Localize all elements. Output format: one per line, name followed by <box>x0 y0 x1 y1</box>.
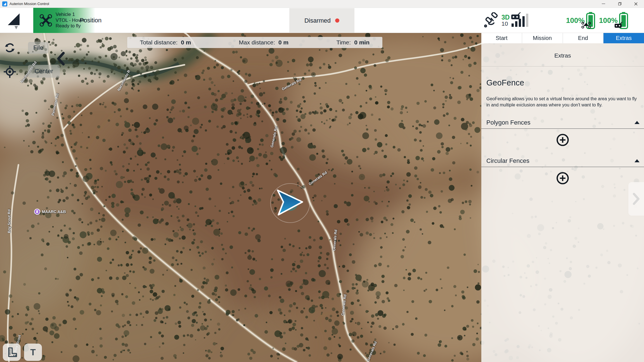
panel-title: Extras <box>481 52 644 59</box>
circular-fences-label: Circular Fences <box>486 157 529 165</box>
drone-icon <box>39 14 52 27</box>
plus-circle-icon <box>556 172 569 185</box>
minimize-icon <box>602 4 605 4</box>
main-toolbar: Vehicle 1 VTOL - Hover Ready to fly Posi… <box>0 8 644 33</box>
locate-button[interactable] <box>3 65 16 78</box>
poi-marker: MAARC A&B <box>34 209 66 215</box>
plan-sidebar: Start Mission End Extras Extras GeoFence… <box>481 33 644 362</box>
signal-bar-empty <box>526 14 528 27</box>
collapse-triangle-icon[interactable] <box>634 159 640 162</box>
poi-pin-icon <box>34 209 40 215</box>
collapse-triangle-icon[interactable] <box>634 121 640 124</box>
signal-bar <box>512 23 514 27</box>
arm-status-button[interactable]: Disarmed <box>289 8 354 33</box>
text-tool-button[interactable]: T <box>24 344 42 361</box>
polygon-fences-section: Polygon Fences <box>481 119 644 147</box>
signal-bar <box>515 21 517 27</box>
sync-button[interactable] <box>3 41 16 54</box>
arm-status-label: Disarmed <box>304 17 331 24</box>
crosshair-icon <box>4 66 16 78</box>
tab-end[interactable]: End <box>563 33 604 43</box>
gps-status[interactable]: 3D 10 <box>484 8 510 33</box>
geofence-title: GeoFence <box>486 78 639 87</box>
vehicle-battery-status[interactable]: 100% <box>566 8 595 33</box>
max-distance-label: Max distance: <box>239 39 275 46</box>
drone-tag-icon <box>581 21 591 30</box>
close-icon <box>634 2 638 6</box>
rc-battery-status[interactable]: 100% <box>599 8 628 33</box>
close-button[interactable] <box>628 0 644 8</box>
total-distance-stat: Total distance: 0 m <box>140 39 191 46</box>
circular-fences-section: Circular Fences <box>481 157 644 185</box>
time-value: 0 min <box>354 39 370 46</box>
time-label: Time: <box>336 39 351 46</box>
signal-bar <box>522 16 525 27</box>
road-label: Boy Scout Rd <box>7 209 11 233</box>
max-distance-value: 0 m <box>278 39 288 46</box>
tab-extras[interactable]: Extras <box>603 33 644 43</box>
total-distance-label: Total distance: <box>140 39 177 46</box>
window-controls <box>595 0 644 8</box>
center-button[interactable]: Center <box>28 65 60 78</box>
sync-icon <box>4 42 16 54</box>
divider <box>481 128 644 129</box>
add-circular-fence-button[interactable] <box>556 172 569 185</box>
satellite-icon <box>484 12 500 28</box>
app-logo-icon <box>2 1 7 6</box>
rc-transmitter-icon <box>511 12 521 21</box>
geofence-description: GeoFencing allows you to set a virtual f… <box>486 96 639 108</box>
collapse-left-panel-handle[interactable] <box>55 51 67 66</box>
rc-tag-icon <box>614 22 623 30</box>
max-distance-stat: Max distance: 0 m <box>239 39 289 46</box>
app-window: Auterion Mission Control <box>0 0 644 362</box>
auterion-logo-icon[interactable] <box>7 11 21 31</box>
time-stat: Time: 0 min <box>336 39 370 46</box>
measure-tool-button[interactable] <box>3 344 21 361</box>
minimize-button[interactable] <box>595 0 612 8</box>
flight-mode-selector[interactable]: Position <box>80 8 101 33</box>
file-button[interactable]: File <box>28 42 49 54</box>
gps-satellite-count: 10 <box>501 21 510 27</box>
window-title: Auterion Mission Control <box>10 2 49 6</box>
divider <box>481 167 644 167</box>
status-indicators: 3D 10 <box>482 8 644 33</box>
add-polygon-fence-button[interactable] <box>556 133 569 147</box>
gps-fix-type: 3D <box>501 14 510 21</box>
ruler-icon <box>6 347 17 358</box>
disarmed-dot-icon <box>335 18 339 23</box>
poi-label: MAARC A&B <box>42 209 66 214</box>
total-distance-value: 0 m <box>181 39 191 46</box>
title-bar: Auterion Mission Control <box>0 0 644 8</box>
plus-circle-icon <box>556 133 569 147</box>
tab-mission[interactable]: Mission <box>522 33 563 43</box>
restore-button[interactable] <box>612 0 628 8</box>
restore-icon <box>618 2 621 5</box>
mission-stats-bar: Total distance: 0 m Max distance: 0 m Ti… <box>127 37 382 48</box>
polygon-fences-label: Polygon Fences <box>486 119 531 126</box>
tab-start[interactable]: Start <box>481 33 522 43</box>
plan-tabs: Start Mission End Extras <box>481 33 644 43</box>
chevron-left-icon <box>56 51 66 66</box>
divider <box>481 66 644 66</box>
